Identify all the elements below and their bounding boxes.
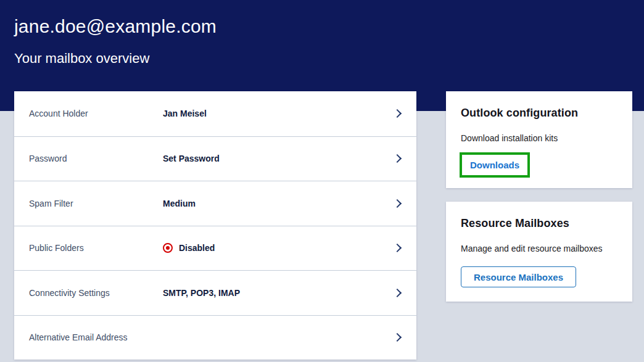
row-value-text: Disabled [179,243,215,253]
row-label: Password [29,154,163,163]
page-subtitle: Your mailbox overview [14,51,149,67]
row-value: Medium [163,199,394,208]
chevron-right-icon [393,333,402,342]
resource-mailboxes-button[interactable]: Resource Mailboxes [461,266,576,287]
row-alternative-email[interactable]: Alternative Email Address [14,315,416,360]
chevron-right-icon [393,154,402,163]
row-value: Disabled [163,243,394,253]
downloads-link[interactable]: Downloads [470,160,519,170]
mailbox-settings-card: Account Holder Jan Meisel Password Set P… [14,91,416,360]
card-description: Download installation kits [461,133,617,143]
row-label: Account Holder [29,109,163,118]
resource-mailboxes-card: Resource Mailboxes Manage and edit resou… [446,202,632,302]
card-description: Manage and edit resource mailboxes [461,244,617,253]
chevron-right-icon [393,289,402,297]
row-connectivity-settings[interactable]: Connectivity Settings SMTP, POP3, IMAP [14,270,416,315]
row-value: SMTP, POP3, IMAP [163,288,394,298]
row-value: Jan Meisel [163,109,394,118]
row-public-folders[interactable]: Public Folders Disabled [14,226,416,271]
chevron-right-icon [393,244,402,252]
disabled-status-radio-icon [163,243,173,253]
row-label: Connectivity Settings [29,288,163,298]
row-account-holder[interactable]: Account Holder Jan Meisel [14,91,416,136]
page-title-email: jane.doe@example.com [14,16,217,37]
row-label: Public Folders [29,243,163,253]
row-password[interactable]: Password Set Password [14,136,416,181]
chevron-right-icon [393,109,402,118]
row-spam-filter[interactable]: Spam Filter Medium [14,181,416,226]
row-label: Alternative Email Address [29,332,163,342]
click-target-highlight: Downloads [460,152,530,178]
chevron-right-icon [393,199,402,208]
card-title: Resource Mailboxes [461,217,617,230]
card-title: Outlook configuration [461,107,617,120]
row-label: Spam Filter [29,199,163,208]
row-value: Set Password [163,154,394,163]
outlook-configuration-card: Outlook configuration Download installat… [446,91,632,188]
